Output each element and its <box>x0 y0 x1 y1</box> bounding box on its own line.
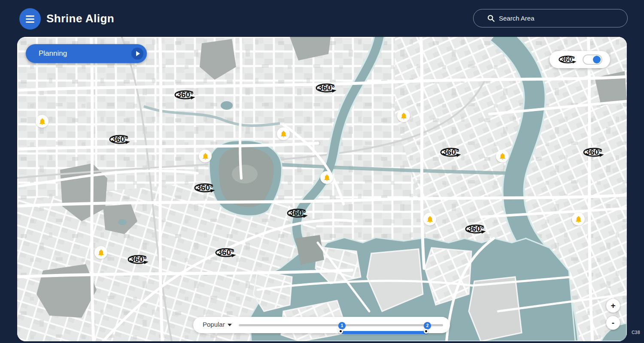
rotation-360-marker[interactable]: 360° <box>126 252 151 270</box>
svg-text:360°: 360° <box>318 83 334 92</box>
svg-text:360°: 360° <box>196 183 213 192</box>
rotation-360-marker[interactable]: 360° <box>464 222 489 239</box>
bell-marker[interactable] <box>94 246 107 259</box>
svg-text:360°: 360° <box>176 90 193 99</box>
rotation-360-marker[interactable]: 360° <box>193 181 218 198</box>
watermark-label: C38 <box>632 330 640 335</box>
bell-icon <box>97 249 105 257</box>
slider-track[interactable]: 1 2 <box>239 324 443 326</box>
header-bar: Shrine Align <box>0 0 644 37</box>
rotation-360-marker[interactable]: 360° <box>108 132 133 150</box>
svg-text:360°: 360° <box>467 224 484 233</box>
rotation-360-icon: 360° <box>108 132 133 148</box>
slider-handle-2[interactable] <box>424 329 428 334</box>
bell-marker[interactable] <box>277 127 290 140</box>
bell-icon <box>38 117 46 126</box>
planning-button[interactable]: Planning <box>26 44 147 63</box>
rotation-360-marker[interactable]: 360° <box>286 206 310 223</box>
planning-button-label: Planning <box>39 49 67 57</box>
svg-text:360°: 360° <box>442 147 459 156</box>
rotation-360-marker[interactable]: 360° <box>214 245 239 263</box>
svg-text:360°: 360° <box>111 135 128 144</box>
zoom-in-button[interactable]: + <box>606 299 620 313</box>
category-dropdown[interactable]: Popular <box>203 321 232 328</box>
slider-badge-1: 1 <box>338 322 346 329</box>
chevron-down-icon <box>228 324 232 326</box>
rotation-360-marker[interactable]: 360° <box>439 145 464 162</box>
rotation-360-icon: 360° <box>126 252 151 268</box>
bell-marker[interactable] <box>36 115 49 128</box>
search-icon <box>487 15 495 22</box>
bell-icon <box>279 130 288 138</box>
bell-marker[interactable] <box>320 171 333 184</box>
svg-text:360°: 360° <box>585 147 602 156</box>
slider-handle-1[interactable] <box>338 329 343 334</box>
bell-icon <box>498 152 507 160</box>
rotation-360-marker[interactable]: 360° <box>173 87 198 105</box>
bell-icon <box>574 215 583 223</box>
svg-text:360°: 360° <box>289 208 306 217</box>
rotation-toggle-pill: 360° <box>550 51 610 68</box>
bell-icon <box>323 174 331 182</box>
slider-badge-2: 2 <box>424 322 431 329</box>
bell-marker[interactable] <box>199 150 212 162</box>
hamburger-menu-button[interactable] <box>19 8 41 30</box>
svg-text:360°: 360° <box>130 255 146 264</box>
zoom-out-button[interactable]: - <box>606 316 620 330</box>
map-canvas[interactable]: 360° 360° 360° 360° 360° 360° <box>17 37 627 341</box>
rotation-360-marker[interactable]: 360° <box>582 145 607 162</box>
rotation-360-marker[interactable]: 360° <box>314 81 339 98</box>
search-area-field[interactable] <box>473 9 628 27</box>
rotation-toggle-switch[interactable] <box>583 54 602 65</box>
svg-text:360°: 360° <box>217 248 234 257</box>
rotation-360-icon: 360° <box>557 53 579 66</box>
app-title: Shrine Align <box>46 12 114 25</box>
bell-marker[interactable] <box>423 213 436 226</box>
slider-active-range <box>342 331 427 334</box>
rotation-360-icon: 360° <box>193 181 218 196</box>
bell-icon <box>426 215 434 223</box>
rotation-360-icon: 360° <box>582 145 607 161</box>
bell-marker[interactable] <box>572 213 585 226</box>
rotation-360-icon: 360° <box>314 81 339 96</box>
play-arrow-icon <box>131 48 143 60</box>
search-input[interactable] <box>499 15 611 22</box>
range-slider-panel: Popular 1 2 <box>193 317 450 333</box>
rotation-360-icon: 360° <box>214 245 239 261</box>
svg-text:360°: 360° <box>560 55 575 63</box>
category-dropdown-label: Popular <box>203 321 225 328</box>
hamburger-icon <box>26 15 34 17</box>
bell-icon <box>400 112 408 120</box>
bell-marker[interactable] <box>397 109 410 122</box>
bell-icon <box>201 152 210 160</box>
rotation-360-icon: 360° <box>464 222 489 238</box>
rotation-360-icon: 360° <box>286 206 310 222</box>
rotation-360-icon: 360° <box>173 87 198 103</box>
rotation-360-icon: 360° <box>439 145 464 161</box>
toggle-knob <box>593 56 601 63</box>
bell-marker[interactable] <box>496 150 509 162</box>
